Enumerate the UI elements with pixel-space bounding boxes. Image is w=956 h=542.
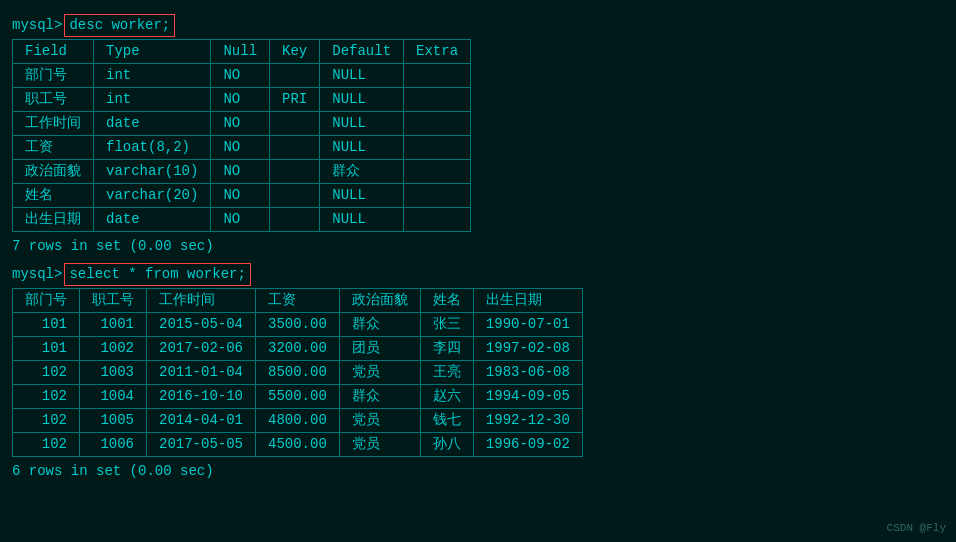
emp-cell: 1006: [80, 433, 147, 457]
table-row: 政治面貌 varchar(10) NO 群众: [13, 160, 471, 184]
key-cell: [270, 160, 320, 184]
field-cell: 部门号: [13, 64, 94, 88]
result1: 7 rows in set (0.00 sec): [12, 236, 944, 257]
select-table: 部门号 职工号 工作时间 工资 政治面貌 姓名 出生日期 101 1001 20…: [12, 288, 583, 457]
null-cell: NO: [211, 160, 270, 184]
workdate-cell: 2015-05-04: [147, 313, 256, 337]
salary-cell: 8500.00: [256, 361, 340, 385]
select-header-name: 姓名: [420, 289, 473, 313]
extra-cell: [404, 160, 471, 184]
table-row: 101 1001 2015-05-04 3500.00 群众 张三 1990-0…: [13, 313, 583, 337]
prompt2: mysql>: [12, 264, 62, 285]
null-cell: NO: [211, 184, 270, 208]
field-cell: 姓名: [13, 184, 94, 208]
workdate-cell: 2016-10-10: [147, 385, 256, 409]
salary-cell: 5500.00: [256, 385, 340, 409]
extra-cell: [404, 112, 471, 136]
table-row: 姓名 varchar(20) NO NULL: [13, 184, 471, 208]
desc-header-type: Type: [94, 40, 211, 64]
birth-cell: 1990-07-01: [473, 313, 582, 337]
extra-cell: [404, 208, 471, 232]
emp-cell: 1002: [80, 337, 147, 361]
command2-box: select * from worker;: [64, 263, 250, 286]
field-cell: 工作时间: [13, 112, 94, 136]
field-cell: 工资: [13, 136, 94, 160]
politics-cell: 党员: [339, 361, 420, 385]
type-cell: date: [94, 208, 211, 232]
key-cell: [270, 184, 320, 208]
workdate-cell: 2011-01-04: [147, 361, 256, 385]
null-cell: NO: [211, 88, 270, 112]
emp-cell: 1001: [80, 313, 147, 337]
key-cell: [270, 112, 320, 136]
select-header-emp: 职工号: [80, 289, 147, 313]
politics-cell: 群众: [339, 313, 420, 337]
type-cell: float(8,2): [94, 136, 211, 160]
command2-line: mysql> select * from worker;: [12, 263, 944, 286]
desc-header-extra: Extra: [404, 40, 471, 64]
select-header-salary: 工资: [256, 289, 340, 313]
politics-cell: 群众: [339, 385, 420, 409]
select-header-politics: 政治面貌: [339, 289, 420, 313]
null-cell: NO: [211, 64, 270, 88]
type-cell: int: [94, 64, 211, 88]
select-header-workdate: 工作时间: [147, 289, 256, 313]
birth-cell: 1992-12-30: [473, 409, 582, 433]
salary-cell: 3200.00: [256, 337, 340, 361]
field-cell: 职工号: [13, 88, 94, 112]
workdate-cell: 2017-05-05: [147, 433, 256, 457]
politics-cell: 党员: [339, 433, 420, 457]
result2: 6 rows in set (0.00 sec): [12, 461, 944, 482]
select-header-birth: 出生日期: [473, 289, 582, 313]
name-cell: 李四: [420, 337, 473, 361]
key-cell: PRI: [270, 88, 320, 112]
desc-header-key: Key: [270, 40, 320, 64]
type-cell: varchar(10): [94, 160, 211, 184]
desc-header-field: Field: [13, 40, 94, 64]
field-cell: 出生日期: [13, 208, 94, 232]
birth-cell: 1994-09-05: [473, 385, 582, 409]
table-row: 102 1006 2017-05-05 4500.00 党员 孙八 1996-0…: [13, 433, 583, 457]
workdate-cell: 2014-04-01: [147, 409, 256, 433]
politics-cell: 团员: [339, 337, 420, 361]
desc-header-null: Null: [211, 40, 270, 64]
table-row: 职工号 int NO PRI NULL: [13, 88, 471, 112]
type-cell: int: [94, 88, 211, 112]
extra-cell: [404, 184, 471, 208]
field-cell: 政治面貌: [13, 160, 94, 184]
watermark: CSDN @Fly: [887, 520, 946, 537]
desc-header-row: Field Type Null Key Default Extra: [13, 40, 471, 64]
salary-cell: 4800.00: [256, 409, 340, 433]
desc-header-default: Default: [320, 40, 404, 64]
dept-cell: 102: [13, 409, 80, 433]
default-cell: NULL: [320, 184, 404, 208]
extra-cell: [404, 64, 471, 88]
table-row: 工作时间 date NO NULL: [13, 112, 471, 136]
desc-table: Field Type Null Key Default Extra 部门号 in…: [12, 39, 471, 232]
name-cell: 钱七: [420, 409, 473, 433]
table-row: 工资 float(8,2) NO NULL: [13, 136, 471, 160]
birth-cell: 1983-06-08: [473, 361, 582, 385]
type-cell: date: [94, 112, 211, 136]
key-cell: [270, 64, 320, 88]
type-cell: varchar(20): [94, 184, 211, 208]
prompt1: mysql>: [12, 15, 62, 36]
table-row: 出生日期 date NO NULL: [13, 208, 471, 232]
extra-cell: [404, 88, 471, 112]
birth-cell: 1997-02-08: [473, 337, 582, 361]
dept-cell: 101: [13, 313, 80, 337]
emp-cell: 1004: [80, 385, 147, 409]
salary-cell: 4500.00: [256, 433, 340, 457]
null-cell: NO: [211, 208, 270, 232]
dept-cell: 101: [13, 337, 80, 361]
table-row: 部门号 int NO NULL: [13, 64, 471, 88]
politics-cell: 党员: [339, 409, 420, 433]
name-cell: 张三: [420, 313, 473, 337]
null-cell: NO: [211, 112, 270, 136]
default-cell: NULL: [320, 136, 404, 160]
default-cell: NULL: [320, 88, 404, 112]
table-row: 101 1002 2017-02-06 3200.00 团员 李四 1997-0…: [13, 337, 583, 361]
default-cell: NULL: [320, 112, 404, 136]
emp-cell: 1003: [80, 361, 147, 385]
extra-cell: [404, 136, 471, 160]
